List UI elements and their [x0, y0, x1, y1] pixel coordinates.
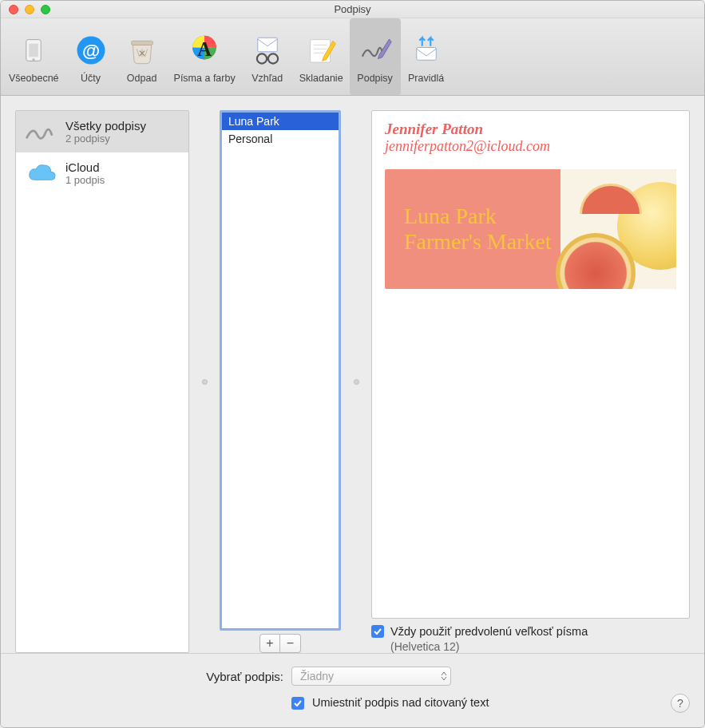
tab-label: Písma a farby — [174, 73, 236, 84]
gear-icon — [14, 31, 53, 69]
tab-label: Pravidlá — [408, 73, 444, 84]
default-font-text: Vždy použiť predvolenú veľkosť písma (He… — [390, 625, 588, 653]
account-all-signatures[interactable]: Všetky podpisy 2 podpisy — [16, 111, 188, 152]
svg-rect-5 — [131, 41, 152, 45]
signature-item-personal[interactable]: Personal — [222, 130, 339, 148]
account-title: Všetky podpisy — [65, 119, 146, 133]
banner-image — [560, 169, 676, 289]
content-area: Všetky podpisy 2 podpisy iCloud 1 podpis — [1, 96, 704, 727]
tab-general[interactable]: Všeobecné — [2, 18, 65, 95]
default-font-sub: (Helvetica 12) — [390, 640, 588, 653]
place-above-row: Umiestniť podpis nad citovaný text ? — [15, 694, 690, 713]
remove-signature-button[interactable]: − — [280, 634, 301, 653]
account-subtitle: 2 podpisy — [65, 133, 146, 144]
default-font-label: Vždy použiť predvolenú veľkosť písma — [390, 625, 588, 639]
add-signature-button[interactable]: + — [259, 634, 280, 653]
signature-icon — [24, 117, 59, 146]
help-button[interactable]: ? — [671, 694, 690, 713]
account-text: iCloud 1 podpis — [65, 160, 105, 186]
titlebar[interactable]: Podpisy — [1, 1, 704, 18]
place-above-label: Umiestniť podpis nad citovaný text — [312, 696, 489, 710]
tab-viewing[interactable]: Vzhľad — [242, 18, 293, 95]
rules-icon — [407, 31, 446, 69]
signature-preview[interactable]: Jennifer Patton jenniferpatton2@icloud.c… — [371, 110, 690, 619]
account-title: iCloud — [65, 160, 105, 174]
account-text: Všetky podpisy 2 podpisy — [65, 119, 146, 144]
preview-banner: Luna Park Farmer's Market — [385, 169, 676, 289]
add-remove-buttons: + − — [220, 634, 341, 653]
tab-fonts-colors[interactable]: A Písma a farby — [168, 18, 242, 95]
tab-label: Odpad — [127, 73, 157, 84]
svg-text:✕: ✕ — [138, 48, 146, 58]
pane-divider[interactable] — [352, 110, 360, 653]
default-font-checkbox[interactable] — [371, 625, 384, 638]
banner-text: Luna Park Farmer's Market — [385, 169, 560, 289]
preview-name: Jennifer Patton — [385, 121, 676, 138]
svg-rect-9 — [257, 38, 277, 52]
trash-icon: ✕ — [123, 31, 161, 69]
window-title: Podpisy — [1, 3, 704, 15]
signature-icon — [356, 31, 394, 69]
preferences-window: Podpisy Všeobecné @ Účty ✕ Odpad — [0, 0, 705, 728]
viewing-icon — [248, 31, 287, 69]
place-above-checkbox[interactable] — [291, 697, 304, 710]
pane-divider[interactable] — [200, 110, 208, 653]
at-icon: @ — [72, 31, 110, 69]
signature-item-luna-park[interactable]: Luna Park — [222, 113, 339, 130]
choose-signature-select[interactable]: Žiadny — [291, 667, 451, 686]
chevron-up-down-icon — [441, 671, 447, 681]
footer: Vybrať podpis: Žiadny Umiestniť podpis n… — [1, 653, 704, 727]
tab-signatures[interactable]: Podpisy — [350, 18, 401, 95]
tab-label: Účty — [81, 73, 101, 84]
account-icloud[interactable]: iCloud 1 podpis — [16, 152, 188, 194]
preview-email: jenniferpatton2@icloud.com — [385, 138, 676, 155]
tab-junk[interactable]: ✕ Odpad — [117, 18, 168, 95]
tab-composing[interactable]: Skladanie — [293, 18, 350, 95]
svg-text:@: @ — [81, 40, 99, 61]
banner-line1: Luna Park — [404, 204, 560, 229]
svg-point-11 — [268, 53, 278, 63]
select-value: Žiadny — [300, 670, 334, 682]
fonts-colors-icon: A — [185, 31, 224, 69]
tab-label: Všeobecné — [9, 73, 59, 84]
tab-accounts[interactable]: @ Účty — [65, 18, 117, 95]
account-subtitle: 1 podpis — [65, 174, 105, 186]
panels: Všetky podpisy 2 podpisy iCloud 1 podpis — [1, 96, 704, 653]
default-font-option: Vždy použiť predvolenú veľkosť písma (He… — [371, 625, 690, 653]
composing-icon — [302, 31, 340, 69]
svg-text:A: A — [197, 38, 212, 60]
preview-column: Jennifer Patton jenniferpatton2@icloud.c… — [371, 110, 690, 653]
tab-label: Podpisy — [357, 73, 392, 84]
toolbar: Všeobecné @ Účty ✕ Odpad — [1, 18, 704, 96]
fruit-slice-icon — [580, 184, 642, 214]
accounts-list: Všetky podpisy 2 podpisy iCloud 1 podpis — [15, 110, 189, 653]
signatures-column: Luna Park Personal + − — [220, 110, 341, 653]
tab-label: Vzhľad — [252, 73, 283, 84]
choose-signature-label: Vybrať podpis: — [15, 670, 283, 683]
tab-rules[interactable]: Pravidlá — [401, 18, 452, 95]
signature-list[interactable]: Luna Park Personal — [220, 110, 341, 631]
banner-line2: Farmer's Market — [404, 229, 560, 255]
svg-point-10 — [257, 53, 267, 63]
svg-rect-1 — [29, 44, 38, 57]
tab-label: Skladanie — [299, 73, 343, 84]
choose-signature-row: Vybrať podpis: Žiadny — [15, 667, 690, 686]
svg-rect-16 — [416, 48, 436, 61]
cloud-icon — [24, 159, 59, 188]
svg-point-2 — [33, 58, 35, 61]
